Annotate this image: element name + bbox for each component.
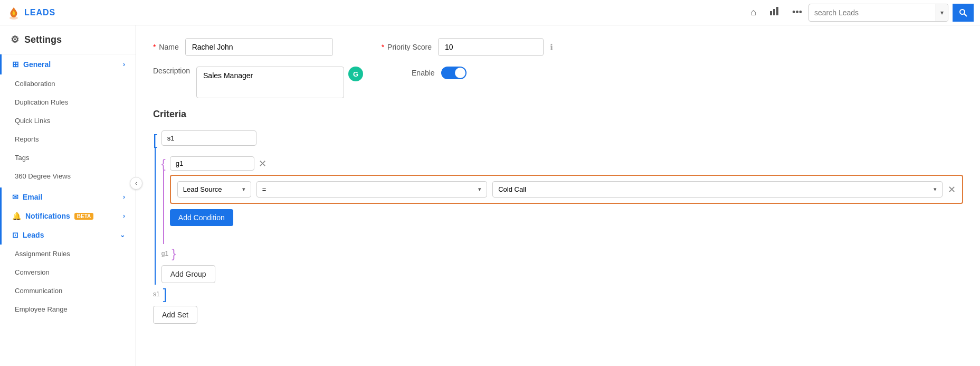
condition-row: Lead Source ▾ = ▾ Cold Cal bbox=[170, 175, 963, 204]
sidebar-item-label-assignment-rules: Assignment Rules bbox=[15, 250, 70, 258]
sidebar-item-duplication-rules[interactable]: Duplication Rules bbox=[0, 93, 136, 111]
description-group: Description Sales Manager G bbox=[153, 67, 363, 98]
chart-button[interactable] bbox=[767, 4, 782, 21]
group-brace-close-row: g1 } bbox=[161, 246, 963, 261]
chevron-right-icon-email: › bbox=[123, 193, 125, 201]
sidebar-item-label-reports: Reports bbox=[15, 135, 39, 143]
name-input[interactable] bbox=[185, 38, 333, 56]
add-condition-button[interactable]: Add Condition bbox=[170, 209, 233, 226]
more-button[interactable]: ••• bbox=[790, 5, 804, 20]
nav-icons: ⌂ ••• bbox=[748, 4, 804, 21]
home-button[interactable]: ⌂ bbox=[748, 5, 758, 20]
search-container: ▾ bbox=[808, 4, 948, 22]
add-set-button[interactable]: Add Set bbox=[153, 306, 197, 324]
svg-point-4 bbox=[960, 10, 965, 14]
toggle-knob bbox=[455, 68, 465, 78]
condition-field-label: Lead Source bbox=[183, 185, 222, 193]
email-icon: ✉ bbox=[12, 193, 18, 201]
set-content: { ✕ bbox=[161, 130, 963, 283]
svg-line-5 bbox=[964, 14, 967, 16]
group-close-button[interactable]: ✕ bbox=[259, 159, 267, 168]
group-wrapper: { ✕ bbox=[161, 156, 963, 244]
condition-value-dropdown[interactable]: Cold Call ▾ bbox=[492, 181, 943, 198]
sidebar-header: ⚙ Settings bbox=[0, 25, 136, 54]
settings-gear-icon: ⚙ bbox=[11, 34, 19, 45]
brace-open-icon: { bbox=[161, 157, 166, 170]
priority-group: * Priority Score ℹ bbox=[382, 38, 553, 56]
group-close-label: g1 bbox=[161, 250, 168, 257]
sidebar-item-quick-links[interactable]: Quick Links bbox=[0, 111, 136, 130]
sidebar-item-general[interactable]: ⊞ General › bbox=[2, 54, 136, 74]
sidebar-item-label-tags: Tags bbox=[15, 154, 29, 162]
svg-rect-2 bbox=[773, 9, 775, 15]
name-group: * Name bbox=[153, 38, 333, 56]
sidebar-item-label-communication: Communication bbox=[15, 287, 62, 295]
brand-icon bbox=[6, 5, 21, 20]
sidebar-collapse-button[interactable]: ‹ bbox=[130, 177, 142, 190]
sidebar-item-conversion[interactable]: Conversion bbox=[0, 263, 136, 281]
info-icon[interactable]: ℹ bbox=[550, 42, 553, 52]
sidebar-item-360-views[interactable]: 360 Degree Views bbox=[0, 167, 136, 185]
sidebar-item-leads[interactable]: ⊡ Leads ⌄ bbox=[2, 226, 136, 245]
set-id-input[interactable] bbox=[161, 130, 256, 146]
set-wrapper: [ { bbox=[153, 130, 963, 285]
condition-operator-dropdown[interactable]: = ▾ bbox=[256, 181, 487, 198]
sidebar-item-label-notifications: Notifications bbox=[25, 212, 70, 220]
sidebar-item-collaboration[interactable]: Collaboration bbox=[0, 74, 136, 93]
enable-group: Enable bbox=[412, 67, 467, 79]
priority-input[interactable] bbox=[438, 38, 544, 56]
condition-close-button[interactable]: ✕ bbox=[948, 185, 956, 194]
sidebar-item-label-duplication-rules: Duplication Rules bbox=[15, 98, 68, 106]
add-set-row: Add Set bbox=[153, 306, 963, 324]
sidebar-item-assignment-rules[interactable]: Assignment Rules bbox=[0, 245, 136, 263]
name-required-star: * bbox=[153, 43, 156, 51]
general-icon: ⊞ bbox=[12, 60, 19, 69]
sidebar-item-label-email: Email bbox=[23, 193, 42, 201]
description-label: Description bbox=[153, 67, 190, 75]
group-id-input[interactable] bbox=[170, 156, 254, 171]
sidebar-section-email: ✉ Email › bbox=[0, 187, 136, 207]
sidebar-section-notifications: 🔔 Notifications BETA › bbox=[0, 207, 136, 226]
sidebar-item-employee-range[interactable]: Employee Range bbox=[0, 300, 136, 318]
group-content: ✕ Lead Source ▾ bbox=[170, 156, 963, 231]
criteria-section: Criteria [ { bbox=[153, 109, 963, 324]
bracket-open-icon: [ bbox=[153, 133, 157, 147]
priority-label: * Priority Score bbox=[382, 43, 432, 51]
sidebar-item-label-quick-links: Quick Links bbox=[15, 117, 50, 125]
chevron-right-icon-notifications: › bbox=[123, 212, 125, 220]
condition-operator-label: = bbox=[262, 185, 267, 193]
val-dropdown-arrow-icon: ▾ bbox=[934, 186, 937, 193]
set-id-row bbox=[161, 130, 963, 151]
condition-field-dropdown[interactable]: Lead Source ▾ bbox=[177, 181, 251, 198]
condition-value-label: Cold Call bbox=[498, 185, 526, 193]
layout: ⚙ Settings ⊞ General › Collaboration Dup… bbox=[0, 25, 980, 366]
leads-icon: ⊡ bbox=[12, 231, 18, 239]
sidebar-item-tags[interactable]: Tags bbox=[0, 148, 136, 167]
field-dropdown-arrow-icon: ▾ bbox=[242, 186, 245, 193]
enable-toggle[interactable] bbox=[441, 67, 467, 79]
name-label: * Name bbox=[153, 43, 179, 51]
sidebar-item-email[interactable]: ✉ Email › bbox=[2, 187, 136, 207]
sidebar-item-communication[interactable]: Communication bbox=[0, 281, 136, 300]
sidebar-section-leads: ⊡ Leads ⌄ bbox=[0, 226, 136, 245]
sidebar-item-label-employee-range: Employee Range bbox=[15, 305, 68, 313]
sidebar-item-notifications[interactable]: 🔔 Notifications BETA › bbox=[2, 207, 136, 226]
search-dropdown-button[interactable]: ▾ bbox=[936, 4, 948, 21]
group-brace-left: { bbox=[161, 156, 166, 244]
sidebar: ⚙ Settings ⊞ General › Collaboration Dup… bbox=[0, 25, 136, 366]
form-description-row: Description Sales Manager G Enable bbox=[153, 67, 963, 98]
criteria-title: Criteria bbox=[153, 109, 963, 120]
add-group-button[interactable]: Add Group bbox=[161, 265, 215, 283]
priority-required-star: * bbox=[382, 43, 384, 51]
top-nav: LEADS ⌂ ••• ▾ bbox=[0, 0, 980, 25]
svg-rect-3 bbox=[776, 7, 778, 15]
description-input[interactable]: Sales Manager bbox=[196, 67, 344, 98]
brace-line bbox=[163, 170, 164, 244]
search-input[interactable] bbox=[809, 6, 936, 19]
settings-label: Settings bbox=[24, 34, 62, 45]
search-submit-button[interactable] bbox=[953, 4, 974, 22]
set-close-label: s1 bbox=[153, 290, 160, 298]
search-icon bbox=[959, 8, 967, 17]
sidebar-item-reports[interactable]: Reports bbox=[0, 130, 136, 148]
grammarly-button[interactable]: G bbox=[348, 67, 363, 81]
